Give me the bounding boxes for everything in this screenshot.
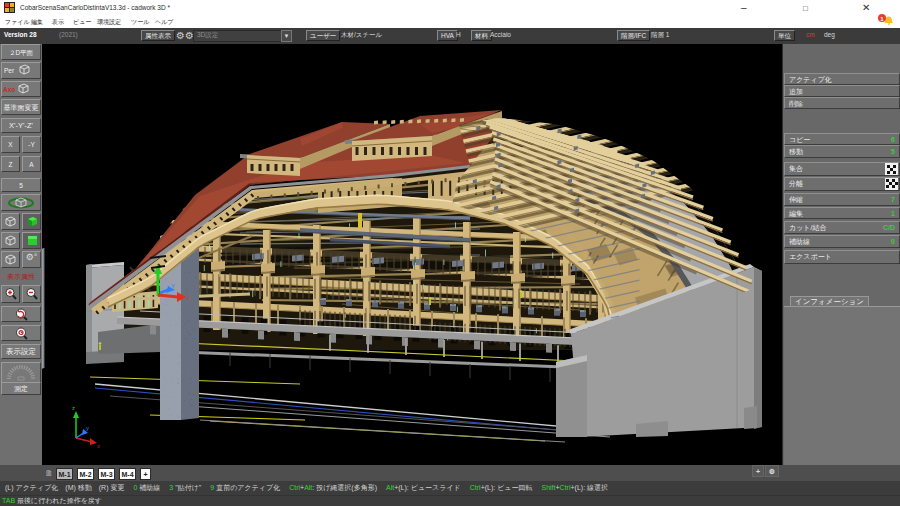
svg-text:x: x [187, 295, 190, 301]
svg-text:Y: Y [171, 283, 175, 289]
svg-text:x: x [97, 443, 100, 449]
svg-text:z: z [72, 405, 75, 411]
svg-text:y: y [86, 425, 89, 431]
